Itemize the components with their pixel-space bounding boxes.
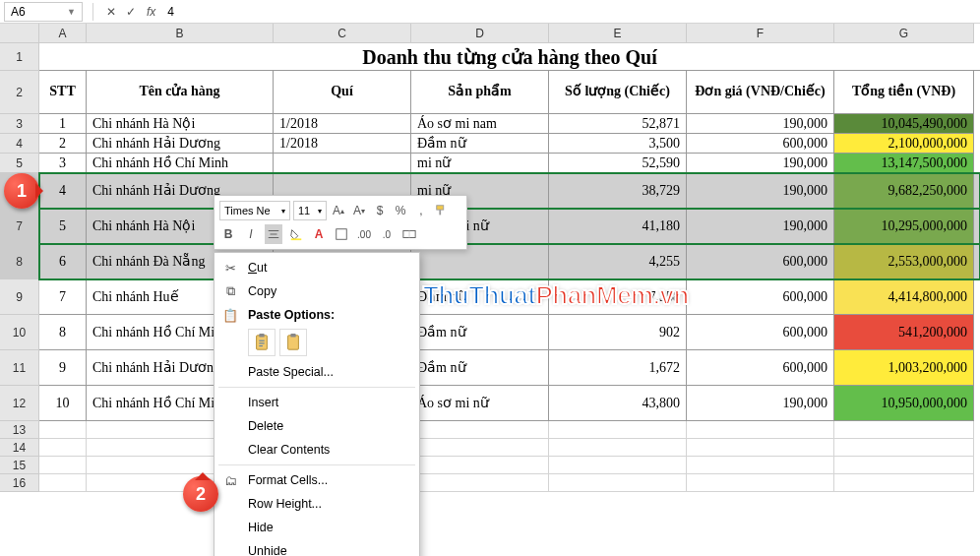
name-box[interactable]: A6 ▼ [4,2,83,22]
row-header[interactable]: 2 [0,71,39,114]
cell[interactable]: Chi nhánh Hồ Chí Minh [87,154,274,173]
decrease-font-icon[interactable]: A▾ [350,201,368,220]
ctx-insert[interactable]: Insert [214,391,419,414]
table-row[interactable]: 8Chi nhánh Hồ Chí MinhĐầm nữ902600,00054… [39,315,980,350]
table-row[interactable]: 7Chi nhánh HuếĐầm nữ7,358600,0004,414,80… [39,279,980,315]
cell[interactable]: Đầm nữ [411,350,549,386]
row-header[interactable]: 5 [0,154,39,173]
cell[interactable]: 9,682,250,000 [834,173,974,209]
font-name-select[interactable]: Times Ne▾ [219,201,290,220]
cell[interactable]: 1 [39,114,87,134]
row-header[interactable]: 3 [0,114,39,134]
cell[interactable]: 600,000 [687,244,834,279]
cell[interactable]: 7 [39,279,87,315]
col-header-b[interactable]: B [87,24,274,43]
increase-decimal-icon[interactable]: .00 [355,224,373,244]
ctx-row-height[interactable]: Row Height... [214,492,419,516]
paste-values-icon[interactable] [279,329,307,356]
row-header[interactable]: 7 [0,209,39,244]
select-all-corner[interactable] [0,24,39,43]
cell[interactable]: 52,871 [549,114,687,134]
cell[interactable]: 7,358 [549,279,687,315]
cell[interactable]: Chi nhánh Hà Nội [87,114,274,134]
cell[interactable]: 2 [39,134,87,154]
cell[interactable]: Áo sơ mi nam [411,114,549,134]
cell[interactable]: 190,000 [687,173,834,209]
cell[interactable]: Đầm nữ [411,279,549,315]
row-header[interactable]: 9 [0,279,39,315]
row-header[interactable]: 4 [0,134,39,154]
font-size-select[interactable]: 11▾ [293,201,327,220]
cell[interactable]: 9 [39,350,87,386]
table-row[interactable]: 1Chi nhánh Hà Nội1/2018Áo sơ mi nam52,87… [39,114,980,134]
percent-format-icon[interactable]: % [392,201,409,220]
table-row[interactable]: 9Chi nhánh Hải DươngĐầm nữ1,672600,0001,… [39,350,980,386]
cell[interactable]: Đầm nữ [411,134,549,154]
decrease-decimal-icon[interactable]: .0 [378,224,396,244]
cell[interactable]: 2,100,000,000 [834,134,974,154]
row-header[interactable]: 1 [0,43,39,71]
table-row[interactable]: 6Chi nhánh Đà Nẵng4,255600,0002,553,000,… [39,244,980,279]
cell[interactable]: Chi nhánh Hải Dương [87,134,274,154]
ctx-cut[interactable]: ✂CuCutt [214,256,419,279]
cell[interactable]: 1/2018 [274,114,411,134]
cell[interactable]: 1,003,200,000 [834,350,974,386]
row-header[interactable]: 12 [0,386,39,421]
col-header-d[interactable]: D [411,24,549,43]
cell[interactable]: 600,000 [687,315,834,350]
font-color-icon[interactable]: A [310,224,328,244]
paste-keep-source-icon[interactable] [248,329,276,356]
format-painter-icon[interactable] [433,201,451,220]
row-header[interactable]: 10 [0,315,39,350]
ctx-unhide[interactable]: Unhide [214,539,419,556]
cell[interactable]: 541,200,000 [834,315,974,350]
cell[interactable]: 2,553,000,000 [834,244,974,279]
cell[interactable]: 1,672 [549,350,687,386]
col-header-g[interactable]: G [834,24,974,43]
cell[interactable]: 10,950,000,000 [834,386,974,421]
row-header[interactable]: 15 [0,457,39,474]
italic-button[interactable]: I [242,224,260,244]
col-header-c[interactable]: C [274,24,411,43]
table-row[interactable]: 10Chi nhánh Hồ Chí MinhÁo sơ mi nữ43,800… [39,386,980,421]
ctx-hide[interactable]: Hide [214,516,419,539]
col-header-a[interactable]: A [39,24,87,43]
ctx-copy[interactable]: ⧉Copy [214,279,419,303]
cell[interactable]: Áo sơ mi nữ [411,386,549,421]
cell[interactable] [274,154,411,173]
increase-font-icon[interactable]: A▴ [330,201,347,220]
cell[interactable]: 190,000 [687,154,834,173]
cell[interactable]: 10,045,490,000 [834,114,974,134]
row-header[interactable]: 13 [0,421,39,439]
row-header[interactable]: 16 [0,474,39,492]
cell[interactable]: 600,000 [687,350,834,386]
cell[interactable]: 600,000 [687,279,834,315]
cell[interactable]: 43,800 [549,386,687,421]
bold-button[interactable]: B [219,224,237,244]
formula-input[interactable] [163,2,976,22]
cells-area[interactable]: Doanh thu từng cửa hàng theo Quí STT Tên… [39,43,980,492]
table-row[interactable]: 2Chi nhánh Hải Dương1/2018Đầm nữ3,500600… [39,134,980,154]
cell[interactable]: 190,000 [687,386,834,421]
row-header[interactable]: 8 [0,244,39,279]
cell[interactable]: 4,255 [549,244,687,279]
cell[interactable]: 190,000 [687,114,834,134]
ctx-delete[interactable]: Delete [214,414,419,438]
cell[interactable]: 3 [39,154,87,173]
comma-format-icon[interactable]: , [412,201,430,220]
fill-color-icon[interactable] [287,224,305,244]
cell[interactable]: 52,590 [549,154,687,173]
chevron-down-icon[interactable]: ▼ [67,7,76,17]
cell[interactable]: Đầm nữ [411,315,549,350]
enter-icon[interactable]: ✓ [123,5,139,19]
cell[interactable]: 190,000 [687,209,834,244]
col-header-f[interactable]: F [687,24,834,43]
row-header[interactable]: 11 [0,350,39,386]
merge-center-icon[interactable] [400,224,418,244]
ctx-paste-special[interactable]: Paste Special... [214,360,419,384]
cell[interactable]: 4,414,800,000 [834,279,974,315]
align-center-icon[interactable] [265,224,282,244]
cancel-icon[interactable]: ✕ [103,5,119,19]
cell[interactable]: 1/2018 [274,134,411,154]
cell[interactable]: 38,729 [549,173,687,209]
